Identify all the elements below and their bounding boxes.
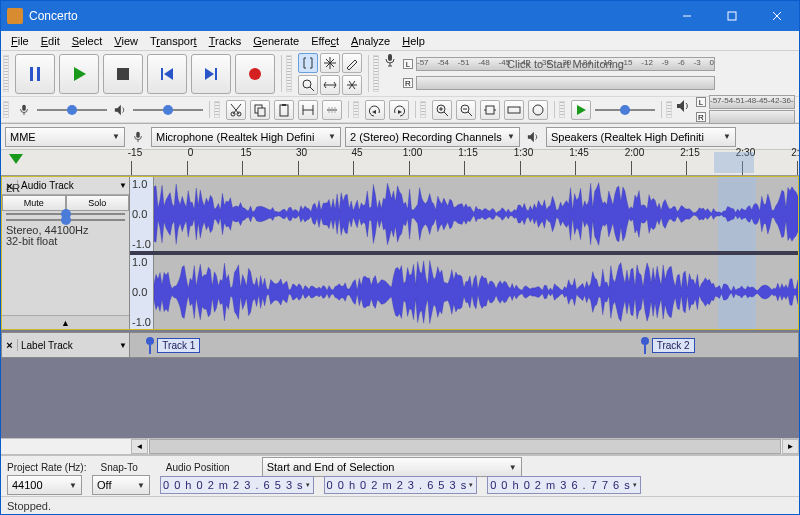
tools-toolbar: [298, 53, 362, 95]
menu-analyze[interactable]: Analyze: [345, 33, 396, 49]
mute-button[interactable]: Mute: [2, 195, 66, 211]
redo-icon[interactable]: [389, 100, 409, 120]
selection-tool-icon[interactable]: [298, 53, 318, 73]
svg-rect-5: [37, 67, 40, 81]
close-button[interactable]: [754, 1, 799, 31]
fit-selection-icon[interactable]: [480, 100, 500, 120]
menu-select[interactable]: Select: [66, 33, 109, 49]
undo-toolbar: [361, 97, 413, 122]
zoom-toggle-icon[interactable]: [528, 100, 548, 120]
waveform-left[interactable]: 1.00.0-1.0: [130, 177, 798, 251]
track-menu-icon[interactable]: ▼: [117, 181, 129, 190]
selection-mode-value: Start and End of Selection: [267, 461, 395, 473]
menu-help[interactable]: Help: [396, 33, 431, 49]
menu-file[interactable]: File: [5, 33, 35, 49]
selection-start-field[interactable]: 0 0 h 0 2 m 2 3 . 6 5 3 s▾: [324, 476, 478, 494]
zoom-tool-icon[interactable]: [298, 75, 318, 95]
svg-rect-8: [161, 68, 163, 80]
pause-button[interactable]: [15, 54, 55, 94]
recording-volume-slider[interactable]: [37, 103, 107, 117]
playback-volume-slider[interactable]: [133, 103, 203, 117]
selection-end-field[interactable]: 0 0 h 0 2 m 3 6 . 7 7 6 s▾: [487, 476, 641, 494]
waveform-right[interactable]: 1.00.0-1.0: [130, 255, 798, 329]
copy-icon[interactable]: [250, 100, 270, 120]
recording-device-select[interactable]: Microphone (Realtek High Defini▼: [151, 127, 341, 147]
draw-tool-icon[interactable]: [342, 53, 362, 73]
playhead-icon[interactable]: [9, 154, 23, 164]
menu-transport[interactable]: Transport: [144, 33, 203, 49]
project-rate-select[interactable]: 44100▼: [7, 475, 82, 495]
toolbar-grip[interactable]: [286, 55, 292, 92]
fit-project-icon[interactable]: [504, 100, 524, 120]
toolbar-grip[interactable]: [559, 101, 565, 118]
selection-mode-select[interactable]: Start and End of Selection▼: [262, 457, 522, 477]
toolbar-area: L Click to Start Monitoring -57-54-51-48…: [1, 51, 799, 124]
playback-device-select[interactable]: Speakers (Realtek High Definiti▼: [546, 127, 736, 147]
scroll-left-icon[interactable]: ◄: [131, 439, 148, 454]
toolbar-grip[interactable]: [373, 55, 379, 92]
toolbar-grip[interactable]: [666, 101, 672, 118]
trim-icon[interactable]: [298, 100, 318, 120]
toolbar-grip[interactable]: [3, 55, 9, 92]
minimize-button[interactable]: [664, 1, 709, 31]
skip-end-button[interactable]: [191, 54, 231, 94]
horizontal-scrollbar[interactable]: ◄ ►: [1, 438, 799, 455]
menu-generate[interactable]: Generate: [247, 33, 305, 49]
edit-toolbar: [222, 97, 346, 122]
recording-meter[interactable]: L Click to Start Monitoring -57-54-51-48…: [399, 51, 719, 96]
svg-marker-17: [115, 104, 121, 114]
rec-meter-r[interactable]: [416, 76, 715, 90]
playback-speed-slider[interactable]: [595, 103, 655, 117]
record-button[interactable]: [235, 54, 275, 94]
menu-edit[interactable]: Edit: [35, 33, 66, 49]
svg-rect-23: [282, 104, 286, 106]
silence-icon[interactable]: [322, 100, 342, 120]
audio-track: × Audio Track ▼ Mute Solo -+ LR Ster: [1, 176, 799, 330]
snap-to-select[interactable]: Off▼: [92, 475, 150, 495]
timeline-selection: [714, 152, 754, 173]
audio-position-field[interactable]: 0 0 h 0 2 m 2 3 . 6 5 3 s▾: [160, 476, 314, 494]
playback-meter[interactable]: L -57-54-51-48-45-42-36-30-24-18-15-12-9…: [692, 97, 799, 122]
label-area[interactable]: Track 1Track 2: [130, 333, 798, 357]
toolbar-grip[interactable]: [3, 101, 9, 118]
solo-button[interactable]: Solo: [66, 195, 130, 211]
meter-channel-l: L: [403, 59, 413, 69]
track-collapse-button[interactable]: ▲: [2, 315, 129, 329]
toolbar-grip[interactable]: [214, 101, 220, 118]
recording-channels-select[interactable]: 2 (Stereo) Recording Channels▼: [345, 127, 520, 147]
rec-meter-l[interactable]: Click to Start Monitoring -57-54-51-48-4…: [416, 57, 715, 71]
snap-to-value: Off: [97, 479, 111, 491]
play-meter-r[interactable]: [709, 110, 795, 124]
play-at-speed-button[interactable]: [571, 100, 591, 120]
timeline-ruler[interactable]: -1501530451:001:151:301:452:002:152:302:…: [1, 150, 799, 176]
zoom-out-icon[interactable]: [456, 100, 476, 120]
track-name[interactable]: Audio Track: [18, 180, 117, 191]
project-rate-label: Project Rate (Hz):: [7, 462, 86, 473]
menu-tracks[interactable]: Tracks: [203, 33, 248, 49]
track-menu-icon[interactable]: ▼: [117, 341, 129, 350]
menu-effect[interactable]: Effect: [305, 33, 345, 49]
menu-view[interactable]: View: [108, 33, 144, 49]
scroll-right-icon[interactable]: ►: [782, 439, 799, 454]
track-close-button[interactable]: ×: [2, 339, 18, 351]
toolbar-grip[interactable]: [420, 101, 426, 118]
timeshift-tool-icon[interactable]: [320, 75, 340, 95]
label-marker[interactable]: Track 1: [143, 336, 200, 354]
audio-host-select[interactable]: MME▼: [5, 127, 125, 147]
stop-button[interactable]: [103, 54, 143, 94]
maximize-button[interactable]: [709, 1, 754, 31]
play-button[interactable]: [59, 54, 99, 94]
label-marker[interactable]: Track 2: [638, 336, 695, 354]
multi-tool-icon[interactable]: [342, 75, 362, 95]
undo-icon[interactable]: [365, 100, 385, 120]
track-name[interactable]: Label Track: [18, 340, 117, 351]
scrollbar-thumb[interactable]: [149, 439, 781, 454]
skip-start-button[interactable]: [147, 54, 187, 94]
envelope-tool-icon[interactable]: [320, 53, 340, 73]
play-meter-l[interactable]: -57-54-51-48-45-42-36-30-24-18-15-12-9-6…: [709, 95, 795, 109]
zoom-in-icon[interactable]: [432, 100, 452, 120]
toolbar-grip[interactable]: [353, 101, 359, 118]
cut-icon[interactable]: [226, 100, 246, 120]
paste-icon[interactable]: [274, 100, 294, 120]
speaker-icon: [111, 101, 129, 119]
